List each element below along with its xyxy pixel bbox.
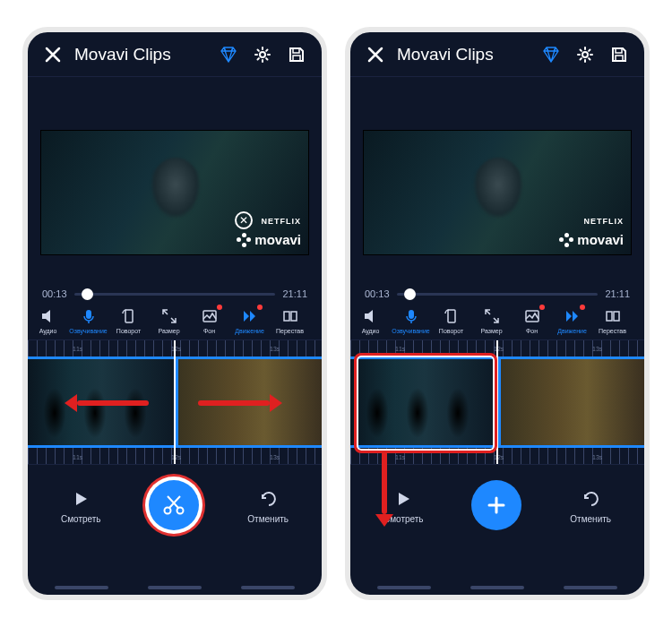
nav-handle xyxy=(55,586,108,589)
mic-icon xyxy=(79,306,99,326)
bottom-bar: Смотреть Отменить xyxy=(28,465,322,545)
app-title: Movavi Clips xyxy=(397,45,494,64)
movavi-logo-icon xyxy=(237,233,251,247)
close-icon[interactable] xyxy=(40,42,65,67)
tool-voice[interactable]: Озвучивание xyxy=(68,306,108,334)
svg-rect-11 xyxy=(616,48,622,53)
cancel-button[interactable]: Отменить xyxy=(570,487,611,524)
tool-reorder[interactable]: Перестав xyxy=(592,306,633,334)
tools-row: Аудио Озвучивание Поворот Размер Фон Дви… xyxy=(350,303,644,339)
watch-button[interactable]: Смотреть xyxy=(61,487,101,524)
svg-point-9 xyxy=(177,508,184,514)
annotation-arrow-right xyxy=(198,400,270,406)
svg-rect-16 xyxy=(607,312,612,321)
badge-new xyxy=(539,305,545,310)
phone-right: Movavi Clips NETFLIX movavi 00:13 21:11 xyxy=(345,27,650,600)
save-icon[interactable] xyxy=(284,42,309,67)
close-icon[interactable] xyxy=(363,42,388,67)
tool-motion[interactable]: Движение xyxy=(229,306,270,334)
svg-point-0 xyxy=(260,52,265,57)
video-preview: ✕ NETFLIX movavi xyxy=(28,77,322,283)
svg-rect-7 xyxy=(291,312,297,321)
phone-left: Movavi Clips ✕ NETFLIX movavi 00:13 21:1… xyxy=(22,27,327,600)
svg-rect-17 xyxy=(614,312,619,321)
scrub-bar: 00:13 21:11 xyxy=(350,283,644,303)
gear-icon[interactable] xyxy=(573,42,598,67)
tool-voice[interactable]: Озвучивание xyxy=(391,306,431,334)
app-title: Movavi Clips xyxy=(74,45,171,64)
swap-icon xyxy=(603,306,623,326)
scrub-track[interactable] xyxy=(397,293,599,296)
rotate-icon xyxy=(119,306,139,326)
play-icon xyxy=(69,487,92,511)
tool-rotate[interactable]: Поворот xyxy=(431,306,471,334)
app-topbar: Movavi Clips xyxy=(28,32,322,77)
video-frame[interactable]: ✕ NETFLIX movavi xyxy=(40,130,309,255)
premium-diamond-icon[interactable] xyxy=(538,42,564,67)
watermark-brand: movavi xyxy=(559,232,624,247)
speaker-icon xyxy=(39,306,58,326)
tool-audio[interactable]: Аудио xyxy=(350,306,391,334)
badge-new xyxy=(217,305,222,310)
scrub-handle[interactable] xyxy=(404,288,416,300)
rotate-icon xyxy=(442,306,461,326)
nav-handle xyxy=(148,586,202,589)
scrub-track[interactable] xyxy=(74,293,276,296)
time-current: 00:13 xyxy=(365,288,390,299)
scrub-bar: 00:13 21:11 xyxy=(28,283,322,303)
tool-bg[interactable]: Фон xyxy=(189,306,229,334)
movavi-logo-icon xyxy=(559,233,573,247)
svg-rect-13 xyxy=(409,310,414,319)
svg-rect-4 xyxy=(125,310,133,322)
tool-rotate[interactable]: Поворот xyxy=(108,306,149,334)
svg-point-8 xyxy=(165,508,171,514)
forward-icon xyxy=(240,306,260,326)
plus-icon xyxy=(485,494,508,517)
tool-size[interactable]: Размер xyxy=(149,306,189,334)
watermark-text: movavi xyxy=(577,232,624,247)
app-topbar: Movavi Clips xyxy=(350,32,644,77)
scissors-icon xyxy=(162,494,185,517)
scrub-handle[interactable] xyxy=(82,288,93,300)
tools-row: Аудио Озвучивание Поворот Размер Фон Дви… xyxy=(28,303,322,339)
annotation-arrow-down xyxy=(382,451,387,514)
nav-handle xyxy=(241,586,295,589)
playhead[interactable] xyxy=(174,340,176,464)
gear-icon[interactable] xyxy=(250,42,275,67)
clip-2[interactable] xyxy=(501,359,644,445)
cut-fab[interactable] xyxy=(149,480,199,530)
svg-rect-3 xyxy=(86,310,91,319)
timeline[interactable]: 11s 12s 13s 11s 12s 13s xyxy=(350,339,644,465)
time-total: 21:11 xyxy=(282,288,307,299)
picture-icon xyxy=(200,306,220,326)
timeline[interactable]: 11s 12s 13s 11s 12s 13s xyxy=(28,339,322,465)
nav-handle xyxy=(377,586,431,589)
speaker-icon xyxy=(361,306,381,326)
bottom-bar: Смотреть Отменить xyxy=(350,465,644,545)
clip-1[interactable] xyxy=(350,359,498,445)
expand-icon xyxy=(159,306,179,326)
tool-bg[interactable]: Фон xyxy=(512,306,552,334)
cancel-button[interactable]: Отменить xyxy=(247,487,289,524)
time-current: 00:13 xyxy=(42,288,67,299)
tool-audio[interactable]: Аудио xyxy=(28,306,68,334)
mic-icon xyxy=(401,306,421,326)
playhead[interactable] xyxy=(496,340,498,464)
swap-icon xyxy=(280,306,300,326)
picture-icon xyxy=(522,306,542,326)
play-icon xyxy=(392,487,415,511)
undo-icon xyxy=(256,487,280,511)
tool-motion[interactable]: Движение xyxy=(552,306,592,334)
video-frame[interactable]: NETFLIX movavi xyxy=(363,130,632,255)
tool-reorder[interactable]: Перестав xyxy=(270,306,310,334)
time-total: 21:11 xyxy=(605,288,630,299)
premium-diamond-icon[interactable] xyxy=(216,42,241,67)
svg-rect-14 xyxy=(448,310,455,322)
remove-watermark-icon[interactable]: ✕ xyxy=(235,211,253,229)
add-fab[interactable] xyxy=(471,480,521,530)
save-icon[interactable] xyxy=(607,42,632,67)
tool-size[interactable]: Размер xyxy=(471,306,512,334)
watermark-brand: movavi xyxy=(237,232,301,247)
provider-badge: NETFLIX xyxy=(584,217,625,226)
expand-icon xyxy=(482,306,502,326)
